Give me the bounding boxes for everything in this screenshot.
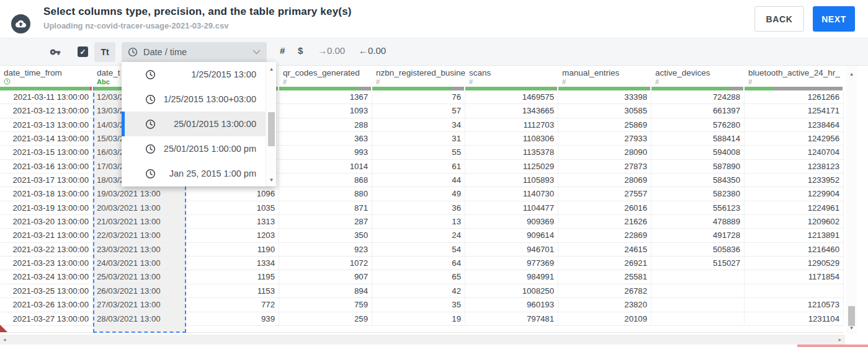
table-cell[interactable]: 2021-03-23 13:00:00 bbox=[0, 257, 93, 270]
table-cell[interactable]: 350 bbox=[279, 229, 372, 242]
table-cell[interactable]: 1125029 bbox=[465, 160, 558, 174]
column-header-date_time_from[interactable]: date_time_from bbox=[0, 66, 93, 87]
table-cell[interactable]: 27/03/2021 13:00 bbox=[93, 298, 186, 312]
table-cell[interactable]: 24615 bbox=[558, 243, 651, 257]
table-cell[interactable]: 1240704 bbox=[745, 146, 844, 159]
table-cell[interactable]: 2021-03-13 13:00:00 bbox=[0, 118, 93, 132]
table-cell[interactable]: 594008 bbox=[651, 146, 745, 159]
back-button[interactable]: BACK bbox=[754, 6, 804, 32]
table-cell[interactable]: 49 bbox=[372, 187, 465, 201]
table-cell[interactable]: 515027 bbox=[651, 257, 745, 270]
table-cell[interactable]: 984991 bbox=[465, 270, 558, 284]
table-cell[interactable] bbox=[651, 298, 745, 312]
table-cell[interactable]: 13 bbox=[372, 215, 465, 229]
table-cell[interactable]: 587890 bbox=[651, 160, 745, 174]
table-cell[interactable]: 22869 bbox=[558, 229, 651, 242]
table-cell[interactable]: 1261266 bbox=[745, 90, 844, 104]
increase-decimals-button[interactable]: →0.00 bbox=[318, 45, 345, 56]
table-cell[interactable]: 65 bbox=[372, 270, 465, 284]
date-format-option[interactable]: 25/01/2015 13:00:00 bbox=[122, 112, 266, 136]
table-cell[interactable]: 2021-03-25 13:00:00 bbox=[0, 284, 93, 298]
currency-type-button[interactable]: $ bbox=[298, 45, 303, 56]
table-cell[interactable]: 797481 bbox=[465, 312, 558, 326]
table-cell[interactable]: 76 bbox=[372, 90, 465, 104]
scroll-right-icon[interactable]: ▸ bbox=[838, 336, 841, 343]
table-cell[interactable]: 19/03/2021 13:00 bbox=[93, 187, 186, 201]
table-cell[interactable]: 1313 bbox=[186, 215, 279, 229]
table-cell[interactable]: 28090 bbox=[558, 146, 651, 159]
table-cell[interactable]: 2021-03-19 13:00:00 bbox=[0, 201, 93, 215]
column-header-nzbn_registered_busine[interactable]: nzbn_registered_busine# bbox=[372, 66, 465, 87]
scroll-up-icon[interactable]: ▴ bbox=[266, 66, 277, 72]
table-cell[interactable]: 287 bbox=[279, 215, 372, 229]
table-cell[interactable]: 1469575 bbox=[465, 90, 558, 104]
table-cell[interactable]: 1213891 bbox=[745, 229, 844, 242]
next-button[interactable]: NEXT bbox=[813, 6, 855, 32]
table-cell[interactable]: 759 bbox=[279, 298, 372, 312]
table-cell[interactable]: 2021-03-16 13:00:00 bbox=[0, 160, 93, 174]
table-cell[interactable]: 30585 bbox=[558, 104, 651, 118]
table-cell[interactable] bbox=[651, 270, 745, 284]
text-type-button[interactable]: Tt bbox=[94, 42, 115, 62]
table-cell[interactable]: 24 bbox=[372, 229, 465, 242]
table-cell[interactable]: 871 bbox=[279, 201, 372, 215]
table-cell[interactable]: 27933 bbox=[558, 132, 651, 146]
table-cell[interactable]: 880 bbox=[279, 187, 372, 201]
table-cell[interactable]: 2021-03-26 13:00:00 bbox=[0, 298, 93, 312]
table-cell[interactable]: 25/03/2021 13:00 bbox=[93, 270, 186, 284]
table-cell[interactable]: 993 bbox=[279, 146, 372, 159]
table-cell[interactable]: 1209602 bbox=[745, 215, 844, 229]
table-cell[interactable]: 2021-03-11 13:00:00 bbox=[0, 90, 93, 104]
table-cell[interactable]: 1216460 bbox=[745, 243, 844, 257]
table-cell[interactable]: 582380 bbox=[651, 187, 745, 201]
table-cell[interactable]: 1140730 bbox=[465, 187, 558, 201]
table-cell[interactable]: 1190 bbox=[186, 243, 279, 257]
table-cell[interactable]: 21626 bbox=[558, 215, 651, 229]
table-cell[interactable]: 33398 bbox=[558, 90, 651, 104]
table-cell[interactable]: 57 bbox=[372, 104, 465, 118]
table-cell[interactable]: 259 bbox=[279, 312, 372, 326]
table-cell[interactable]: 1171854 bbox=[745, 270, 844, 284]
table-cell[interactable]: 21/03/2021 13:00 bbox=[93, 215, 186, 229]
date-format-option[interactable]: Jan 25, 2015 1:00 pm bbox=[122, 161, 266, 186]
table-cell[interactable]: 25869 bbox=[558, 118, 651, 132]
table-cell[interactable]: 26016 bbox=[558, 201, 651, 215]
table-cell[interactable]: 1210573 bbox=[745, 298, 844, 312]
table-cell[interactable]: 20109 bbox=[558, 312, 651, 326]
table-cell[interactable]: 54 bbox=[372, 243, 465, 257]
column-header-manual_entries[interactable]: manual_entries# bbox=[558, 66, 651, 87]
table-cell[interactable]: 44 bbox=[372, 174, 465, 187]
table-cell[interactable]: 2021-03-18 13:00:00 bbox=[0, 187, 93, 201]
column-header-bluetooth_active_24_hr_[interactable]: bluetooth_active_24_hr_# bbox=[745, 66, 844, 87]
table-cell[interactable]: 772 bbox=[186, 298, 279, 312]
table-cell[interactable]: 363 bbox=[279, 132, 372, 146]
table-cell[interactable] bbox=[651, 312, 745, 326]
table-cell[interactable]: 24/03/2021 13:00 bbox=[93, 257, 186, 270]
table-cell[interactable]: 23820 bbox=[558, 298, 651, 312]
table-cell[interactable]: 1238123 bbox=[745, 160, 844, 174]
table-cell[interactable]: 2021-03-21 13:00:00 bbox=[0, 229, 93, 242]
date-format-option[interactable]: 25/01/2015 1:00:00 pm bbox=[122, 136, 266, 161]
table-cell[interactable]: 31 bbox=[372, 132, 465, 146]
table-cell[interactable]: 61 bbox=[372, 160, 465, 174]
table-cell[interactable]: 1093 bbox=[279, 104, 372, 118]
column-header-qr_codes_generated[interactable]: qr_codes_generated# bbox=[279, 66, 372, 87]
table-cell[interactable]: 1008250 bbox=[465, 284, 558, 298]
column-header-scans[interactable]: scans# bbox=[465, 66, 558, 87]
vertical-scrollbar[interactable]: ▴ ▾ bbox=[846, 66, 857, 335]
table-cell[interactable]: 23/03/2021 13:00 bbox=[93, 243, 186, 257]
table-cell[interactable]: 960193 bbox=[465, 298, 558, 312]
table-cell[interactable]: 478889 bbox=[651, 215, 745, 229]
date-format-option[interactable]: 1/25/2015 13:00+03:00 bbox=[122, 87, 266, 112]
table-cell[interactable]: 923 bbox=[279, 243, 372, 257]
table-cell[interactable]: 26/03/2021 13:00 bbox=[93, 284, 186, 298]
table-cell[interactable]: 661397 bbox=[651, 104, 745, 118]
table-cell[interactable]: 907 bbox=[279, 270, 372, 284]
table-cell[interactable] bbox=[651, 284, 745, 298]
table-cell[interactable]: 1334 bbox=[186, 257, 279, 270]
table-cell[interactable]: 27557 bbox=[558, 187, 651, 201]
table-cell[interactable] bbox=[745, 284, 844, 298]
column-header-active_devices[interactable]: active_devices# bbox=[651, 66, 745, 87]
table-cell[interactable]: 2021-03-27 13:00:00 bbox=[0, 312, 93, 326]
scroll-up-icon[interactable]: ▴ bbox=[846, 71, 857, 77]
